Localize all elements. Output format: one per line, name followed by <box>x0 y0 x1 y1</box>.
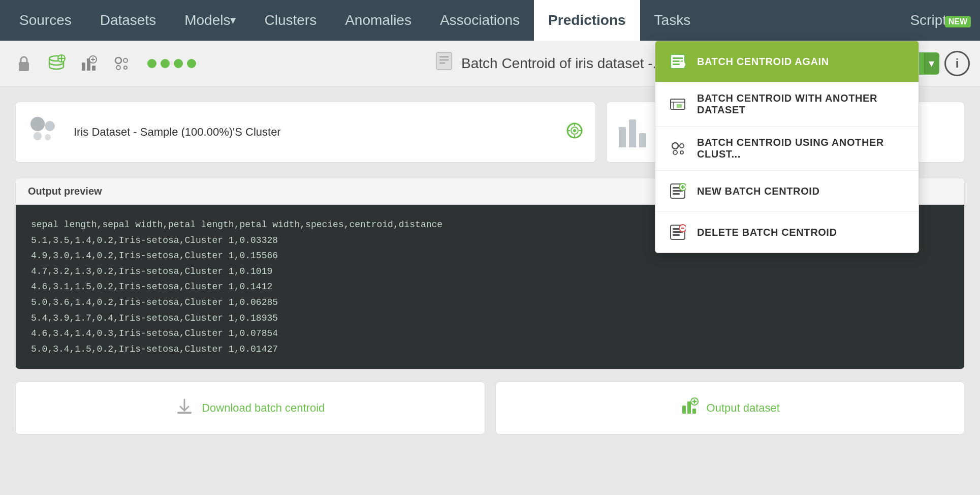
new-batch-label: NEW BATCH CENTROID <box>697 185 820 197</box>
output-line-5: 5.0,3.6,1.4,0.2,Iris-setosa,Cluster 1,0.… <box>31 295 949 311</box>
svg-rect-11 <box>436 52 452 70</box>
dot-2 <box>161 59 170 68</box>
download-icon <box>175 397 194 419</box>
svg-rect-16 <box>673 57 683 59</box>
delete-batch-label: DELETE BATCH CENTROID <box>697 227 837 238</box>
nav-predictions[interactable]: Predictions <box>534 0 640 41</box>
output-line-8: 5.0,3.4,1.5,0.2,Iris-setosa,Cluster 1,0.… <box>31 342 949 357</box>
output-line-3: 4.7,3.2,1.3,0.2,Iris-setosa,Cluster 1,0.… <box>31 264 949 280</box>
cluster-circles <box>30 117 61 147</box>
dataset-icon[interactable] <box>43 50 70 77</box>
cluster-card-title: Iris Dataset - Sample (100.00%)'S Cluste… <box>74 126 281 139</box>
bottom-buttons: Download batch centroid Output dataset <box>15 382 965 435</box>
svg-point-24 <box>680 144 684 148</box>
nav-sources[interactable]: Sources <box>5 0 86 41</box>
batch-another-dataset-icon <box>668 94 688 114</box>
bar-3 <box>639 133 646 147</box>
svg-rect-5 <box>92 66 96 71</box>
dropdown-menu: BATCH CENTROID AGAIN BATCH CENTROID WITH… <box>655 41 919 253</box>
svg-point-10 <box>124 66 127 69</box>
nav-tasks[interactable]: Tasks <box>640 0 705 41</box>
output-dataset-button[interactable]: Output dataset <box>495 382 965 435</box>
output-dataset-icon <box>680 397 699 419</box>
action-button-caret[interactable]: ▾ <box>924 53 939 74</box>
batch-again-label: BATCH CENTROID AGAIN <box>697 56 829 68</box>
batch-another-cluster-icon <box>668 138 688 159</box>
dropdown-new-batch[interactable]: NEW BATCH CENTROID <box>655 171 919 212</box>
dot-1 <box>147 59 156 68</box>
cluster-card-icon <box>28 114 64 150</box>
dot-3 <box>174 59 183 68</box>
svg-rect-47 <box>692 409 696 414</box>
output-dataset-label: Output dataset <box>707 401 780 415</box>
svg-point-9 <box>116 66 120 70</box>
circle-4 <box>45 134 51 140</box>
navbar: Sources Datasets Models Clusters Anomali… <box>0 0 980 41</box>
svg-point-25 <box>673 150 677 154</box>
cluster-card: Iris Dataset - Sample (100.00%)'S Cluste… <box>15 102 596 163</box>
bar-1 <box>619 127 626 147</box>
title-doc-icon <box>434 51 454 76</box>
output-line-6: 5.4,3.9,1.7,0.4,Iris-setosa,Cluster 1,0.… <box>31 311 949 326</box>
dropdown-batch-again[interactable]: BATCH CENTROID AGAIN <box>655 41 919 82</box>
nav-associations[interactable]: Associations <box>426 0 534 41</box>
svg-point-23 <box>672 143 678 149</box>
nav-datasets[interactable]: Datasets <box>86 0 171 41</box>
svg-rect-45 <box>682 406 686 414</box>
svg-rect-35 <box>673 234 680 236</box>
svg-point-8 <box>123 58 128 63</box>
svg-point-39 <box>573 129 576 132</box>
svg-rect-0 <box>19 62 29 71</box>
cluster-nav-icon[interactable] <box>108 50 135 77</box>
delete-batch-icon <box>668 222 688 242</box>
info-button[interactable]: i <box>944 51 970 76</box>
bars-icon <box>619 117 649 147</box>
svg-point-7 <box>115 57 121 64</box>
dot-4 <box>187 59 196 68</box>
target-icon[interactable] <box>566 122 583 143</box>
svg-rect-46 <box>687 401 691 414</box>
nav-scripts[interactable]: Scripts ▾ NEW <box>896 12 975 29</box>
batch-again-icon <box>668 51 688 72</box>
info-icon: i <box>956 56 959 71</box>
output-line-4: 4.6,3.1,1.5,0.2,Iris-setosa,Cluster 1,0.… <box>31 279 949 295</box>
output-line-7: 4.6,3.4,1.4,0.3,Iris-setosa,Cluster 1,0.… <box>31 326 949 342</box>
nav-models[interactable]: Models <box>170 0 250 41</box>
svg-rect-22 <box>677 104 682 108</box>
dropdown-delete-batch[interactable]: DELETE BATCH CENTROID <box>655 212 919 253</box>
new-batch-icon <box>668 181 688 201</box>
svg-rect-30 <box>673 193 680 195</box>
download-button[interactable]: Download batch centroid <box>15 382 485 435</box>
progress-dots <box>140 59 203 68</box>
chart-icon[interactable] <box>75 50 103 77</box>
new-badge: NEW <box>945 16 971 27</box>
nav-anomalies[interactable]: Anomalies <box>331 0 426 41</box>
nav-clusters[interactable]: Clusters <box>250 0 331 41</box>
svg-rect-44 <box>177 412 192 414</box>
dropdown-batch-another-cluster[interactable]: BATCH CENTROID USING ANOTHER CLUST... <box>655 127 919 171</box>
dropdown-batch-another-dataset[interactable]: BATCH CENTROID WITH ANOTHER DATASET <box>655 82 919 127</box>
circle-2 <box>45 121 55 131</box>
lock-icon[interactable] <box>10 50 38 77</box>
svg-point-26 <box>680 151 683 154</box>
page-title: Batch Centroid of iris dataset -... <box>461 55 665 72</box>
circle-3 <box>34 132 42 140</box>
batch-another-cluster-label: BATCH CENTROID USING ANOTHER CLUST... <box>697 137 906 160</box>
svg-rect-3 <box>82 63 85 71</box>
svg-rect-18 <box>673 64 680 65</box>
batch-another-dataset-label: BATCH CENTROID WITH ANOTHER DATASET <box>697 92 906 116</box>
circle-1 <box>30 117 45 131</box>
download-label: Download batch centroid <box>202 401 325 415</box>
bar-2 <box>629 119 636 147</box>
